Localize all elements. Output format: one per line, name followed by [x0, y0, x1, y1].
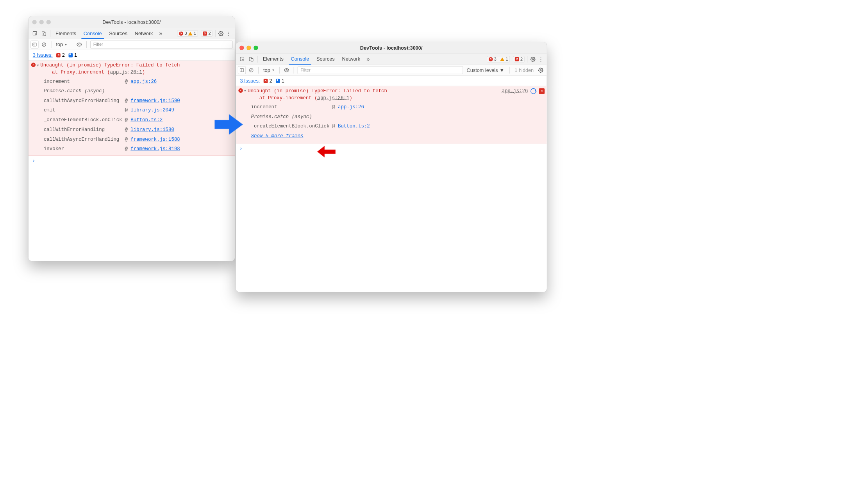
console-prompt-icon[interactable]: › — [236, 143, 547, 153]
tab-console[interactable]: Console — [80, 28, 105, 39]
stack-trace: increment@ app.js:26Promise.catch (async… — [251, 104, 545, 130]
tab-bar: Elements Console Sources Network » ✕3 1 … — [236, 54, 547, 65]
issues-bar: 3 Issues: ✕2 ▘1 — [236, 76, 547, 86]
issues-link[interactable]: 3 Issues: — [240, 78, 260, 84]
error-icon: ✕ — [179, 31, 183, 36]
source-link[interactable]: app.js:26:1 — [110, 70, 142, 75]
tab-elements[interactable]: Elements — [259, 54, 287, 64]
disclosure-triangle-icon[interactable]: ▼ — [244, 88, 248, 93]
svg-point-7 — [79, 44, 80, 45]
levels-selector[interactable]: Custom levels▼ — [465, 67, 506, 73]
settings-icon[interactable] — [217, 29, 225, 37]
settings-icon[interactable] — [529, 55, 537, 63]
error-icon: ✕ — [489, 57, 493, 61]
stack-fn: _createElementBlock.onClick — [44, 117, 122, 124]
live-expression-icon[interactable] — [76, 41, 83, 48]
clear-console-icon[interactable] — [41, 41, 47, 48]
error-message: Uncaught (in promise) TypeError: Failed … — [40, 62, 180, 76]
console-error: ✕ ▼ Uncaught (in promise) TypeError: Fai… — [29, 61, 235, 156]
chevron-down-icon: ▼ — [500, 67, 505, 73]
show-more-frames-link[interactable]: Show 5 more frames — [251, 133, 304, 140]
context-selector[interactable]: top▼ — [262, 67, 275, 73]
kebab-menu-icon[interactable]: ⋮ — [537, 55, 545, 63]
svg-point-16 — [540, 70, 541, 71]
source-link[interactable]: framework.js:8198 — [130, 146, 180, 152]
stack-fn: callWithAsyncErrorHandling — [44, 136, 122, 143]
error-icon: ✕ — [31, 62, 37, 153]
context-selector[interactable]: top▼ — [55, 41, 68, 47]
stack-async-marker: Promise.catch (async) — [44, 88, 180, 95]
sidebar-toggle-icon[interactable] — [30, 41, 38, 48]
tab-console[interactable]: Console — [287, 54, 313, 64]
svg-point-3 — [220, 33, 221, 34]
error-count-pill[interactable]: ✕3 1 — [487, 56, 510, 62]
issues-x[interactable]: ✕2 — [264, 78, 272, 84]
break-icon: ✕ — [56, 53, 61, 57]
separator — [294, 67, 294, 74]
console-prompt-icon[interactable]: › — [29, 156, 235, 165]
break-icon: ✕ — [203, 31, 207, 36]
stack-fn: invoker — [44, 146, 122, 153]
stack-fn: increment — [44, 78, 122, 85]
restart-frame-icon[interactable] — [530, 88, 536, 94]
issues-x[interactable]: ✕2 — [56, 52, 65, 58]
warn-icon — [188, 32, 193, 35]
live-expression-icon[interactable] — [283, 67, 290, 74]
source-link[interactable]: Button.ts:2 — [338, 124, 370, 129]
tabs-overflow-icon[interactable]: » — [157, 30, 165, 37]
tabs-overflow-icon[interactable]: » — [364, 56, 373, 62]
source-link[interactable]: app.js:26 — [502, 88, 528, 95]
issues-m[interactable]: ▘1 — [276, 78, 284, 84]
console-settings-icon[interactable] — [537, 66, 545, 74]
stack-source: @ framework.js:8198 — [125, 146, 180, 153]
tab-sources[interactable]: Sources — [105, 28, 131, 39]
separator — [50, 30, 50, 37]
disclosure-triangle-icon[interactable]: ▼ — [37, 62, 40, 68]
error-count-pill[interactable]: ✕31 — [177, 30, 198, 36]
source-link[interactable]: library.js:2049 — [130, 108, 174, 113]
hidden-count[interactable]: 1 hidden — [514, 67, 535, 73]
stack-source: @ library.js:1580 — [125, 126, 180, 133]
message-icon: ▘ — [276, 79, 280, 83]
stack-source: @ app.js:26 — [125, 78, 180, 85]
sidebar-toggle-icon[interactable] — [238, 66, 246, 74]
message-icon: ▘ — [68, 53, 73, 57]
source-link[interactable]: app.js:26 — [130, 79, 157, 84]
stack-source: @ framework.js:1588 — [125, 136, 180, 143]
source-link[interactable]: app.js:26 — [338, 104, 364, 110]
separator — [51, 41, 52, 48]
filter-input[interactable] — [298, 66, 463, 74]
separator — [257, 56, 258, 62]
tab-sources[interactable]: Sources — [313, 54, 338, 64]
error-message: Uncaught (in promise) TypeError: Failed … — [248, 88, 502, 102]
stack-fn: _createElementBlock.onClick — [251, 123, 330, 130]
source-link[interactable]: Button.ts:2 — [130, 117, 163, 123]
tab-elements[interactable]: Elements — [52, 28, 80, 39]
source-link[interactable]: framework.js:1588 — [130, 136, 180, 142]
chevron-down-icon: ▼ — [272, 68, 275, 72]
inspect-icon[interactable] — [30, 28, 39, 39]
source-link[interactable]: framework.js:1590 — [130, 98, 180, 104]
tab-bar: Elements Console Sources Network » ✕31 ✕… — [29, 28, 235, 39]
stack-fn: increment — [251, 104, 330, 111]
issues-bar: 3 Issues: ✕2 ▘1 — [29, 50, 235, 61]
arrow-icon — [317, 145, 336, 158]
clear-console-icon[interactable] — [248, 67, 254, 74]
device-icon[interactable] — [247, 54, 256, 64]
stack-fn: callWithErrorHandling — [44, 126, 122, 133]
stack-fn: callWithAsyncErrorHandling — [44, 97, 122, 104]
source-link[interactable]: app.js:26:1 — [317, 95, 349, 101]
device-icon[interactable] — [39, 28, 48, 39]
source-link[interactable]: library.js:1580 — [130, 127, 174, 133]
tab-network[interactable]: Network — [338, 54, 364, 64]
error-badge-icon[interactable]: ✕ — [539, 88, 545, 94]
issues-m[interactable]: ▘1 — [68, 52, 77, 58]
filter-input[interactable] — [90, 41, 232, 48]
kebab-menu-icon[interactable]: ⋮ — [225, 29, 233, 37]
inspect-icon[interactable] — [238, 54, 247, 64]
break-count-pill[interactable]: ✕2 — [513, 56, 524, 62]
issues-link[interactable]: 3 Issues: — [33, 52, 53, 58]
tab-network[interactable]: Network — [131, 28, 156, 39]
titlebar: DevTools - localhost:3000/ — [29, 16, 235, 28]
break-count-pill[interactable]: ✕2 — [201, 30, 213, 36]
